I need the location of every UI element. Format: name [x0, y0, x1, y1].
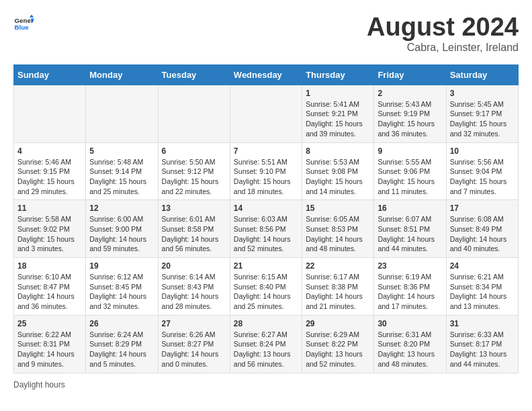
calendar-cell: 6Sunrise: 5:50 AMSunset: 9:12 PMDaylight… [158, 142, 230, 200]
calendar-cell: 23Sunrise: 6:19 AMSunset: 8:36 PMDayligh… [374, 258, 446, 316]
day-info: Sunrise: 6:05 AMSunset: 8:53 PMDaylight:… [306, 214, 370, 254]
calendar-cell: 14Sunrise: 6:03 AMSunset: 8:56 PMDayligh… [230, 200, 302, 258]
calendar-cell: 29Sunrise: 6:29 AMSunset: 8:22 PMDayligh… [302, 315, 374, 373]
title-area: August 2024 Cabra, Leinster, Ireland [367, 13, 519, 54]
col-sunday: Sunday [14, 64, 86, 85]
day-info: Sunrise: 5:43 AMSunset: 9:19 PMDaylight:… [378, 99, 442, 139]
svg-marker-2 [30, 15, 34, 18]
day-number: 29 [306, 319, 370, 328]
day-number: 24 [450, 261, 515, 271]
day-number: 4 [17, 146, 82, 156]
calendar-cell: 2Sunrise: 5:43 AMSunset: 9:19 PMDaylight… [374, 85, 446, 142]
day-info: Sunrise: 6:19 AMSunset: 8:36 PMDaylight:… [378, 272, 442, 312]
calendar-cell: 3Sunrise: 5:45 AMSunset: 9:17 PMDaylight… [446, 85, 518, 142]
day-number: 17 [450, 203, 515, 213]
calendar-week-2: 4Sunrise: 5:46 AMSunset: 9:15 PMDaylight… [14, 142, 519, 200]
day-number: 28 [234, 319, 298, 328]
day-info: Sunrise: 6:01 AMSunset: 8:58 PMDaylight:… [162, 214, 226, 254]
day-info: Sunrise: 5:48 AMSunset: 9:14 PMDaylight:… [89, 157, 154, 197]
calendar-cell: 17Sunrise: 6:08 AMSunset: 8:49 PMDayligh… [446, 200, 518, 258]
calendar-cell: 31Sunrise: 6:33 AMSunset: 8:17 PMDayligh… [446, 315, 518, 373]
calendar-cell: 15Sunrise: 6:05 AMSunset: 8:53 PMDayligh… [302, 200, 374, 258]
day-info: Sunrise: 5:56 AMSunset: 9:04 PMDaylight:… [450, 157, 515, 197]
day-number: 2 [378, 89, 442, 98]
header: General Blue August 2024 Cabra, Leinster… [13, 13, 519, 54]
day-number: 13 [162, 203, 226, 213]
day-info: Sunrise: 6:14 AMSunset: 8:43 PMDaylight:… [162, 272, 226, 312]
calendar-cell: 27Sunrise: 6:26 AMSunset: 8:27 PMDayligh… [158, 315, 230, 373]
col-friday: Friday [374, 64, 446, 85]
col-thursday: Thursday [302, 64, 374, 85]
day-number: 31 [450, 319, 515, 328]
calendar-cell: 22Sunrise: 6:17 AMSunset: 8:38 PMDayligh… [302, 258, 374, 316]
header-row: Sunday Monday Tuesday Wednesday Thursday… [14, 64, 519, 85]
day-number: 1 [306, 89, 370, 98]
day-number: 3 [450, 89, 515, 98]
calendar-cell: 16Sunrise: 6:07 AMSunset: 8:51 PMDayligh… [374, 200, 446, 258]
day-number: 9 [378, 146, 442, 156]
calendar-cell: 5Sunrise: 5:48 AMSunset: 9:14 PMDaylight… [86, 142, 158, 200]
day-number: 18 [17, 261, 82, 271]
day-number: 16 [378, 203, 442, 213]
day-info: Sunrise: 5:41 AMSunset: 9:21 PMDaylight:… [306, 99, 370, 139]
calendar-cell: 25Sunrise: 6:22 AMSunset: 8:31 PMDayligh… [14, 315, 86, 373]
day-number: 19 [89, 261, 154, 271]
day-info: Sunrise: 5:51 AMSunset: 9:10 PMDaylight:… [234, 157, 298, 197]
calendar-cell: 13Sunrise: 6:01 AMSunset: 8:58 PMDayligh… [158, 200, 230, 258]
day-info: Sunrise: 5:46 AMSunset: 9:15 PMDaylight:… [17, 157, 82, 197]
day-info: Sunrise: 5:45 AMSunset: 9:17 PMDaylight:… [450, 99, 515, 139]
calendar-week-3: 11Sunrise: 5:58 AMSunset: 9:02 PMDayligh… [14, 200, 519, 258]
day-info: Sunrise: 5:53 AMSunset: 9:08 PMDaylight:… [306, 157, 370, 197]
calendar-cell: 18Sunrise: 6:10 AMSunset: 8:47 PMDayligh… [14, 258, 86, 316]
day-number: 21 [234, 261, 298, 271]
day-info: Sunrise: 5:50 AMSunset: 9:12 PMDaylight:… [162, 157, 226, 197]
day-info: Sunrise: 6:24 AMSunset: 8:29 PMDaylight:… [89, 330, 154, 369]
day-info: Sunrise: 6:08 AMSunset: 8:49 PMDaylight:… [450, 214, 515, 254]
calendar-week-5: 25Sunrise: 6:22 AMSunset: 8:31 PMDayligh… [14, 315, 519, 373]
col-wednesday: Wednesday [230, 64, 302, 85]
calendar-header: Sunday Monday Tuesday Wednesday Thursday… [14, 64, 519, 85]
calendar-cell: 12Sunrise: 6:00 AMSunset: 9:00 PMDayligh… [86, 200, 158, 258]
svg-text:General: General [15, 17, 34, 24]
day-number: 25 [17, 319, 82, 328]
calendar-cell: 28Sunrise: 6:27 AMSunset: 8:24 PMDayligh… [230, 315, 302, 373]
day-info: Sunrise: 6:29 AMSunset: 8:22 PMDaylight:… [306, 330, 370, 369]
day-number: 5 [89, 146, 154, 156]
day-info: Sunrise: 6:27 AMSunset: 8:24 PMDaylight:… [234, 330, 298, 369]
day-number: 26 [89, 319, 154, 328]
calendar-cell: 9Sunrise: 5:55 AMSunset: 9:06 PMDaylight… [374, 142, 446, 200]
calendar-cell: 30Sunrise: 6:31 AMSunset: 8:20 PMDayligh… [374, 315, 446, 373]
calendar-cell: 24Sunrise: 6:21 AMSunset: 8:34 PMDayligh… [446, 258, 518, 316]
col-saturday: Saturday [446, 64, 518, 85]
logo-icon: General Blue [13, 13, 34, 34]
day-info: Sunrise: 5:55 AMSunset: 9:06 PMDaylight:… [378, 157, 442, 197]
calendar-cell: 19Sunrise: 6:12 AMSunset: 8:45 PMDayligh… [86, 258, 158, 316]
day-info: Sunrise: 6:26 AMSunset: 8:27 PMDaylight:… [162, 330, 226, 369]
day-number: 22 [306, 261, 370, 271]
day-info: Sunrise: 6:33 AMSunset: 8:17 PMDaylight:… [450, 330, 515, 369]
day-number: 14 [234, 203, 298, 213]
day-info: Sunrise: 6:17 AMSunset: 8:38 PMDaylight:… [306, 272, 370, 312]
day-number: 6 [162, 146, 226, 156]
calendar-week-4: 18Sunrise: 6:10 AMSunset: 8:47 PMDayligh… [14, 258, 519, 316]
day-info: Sunrise: 6:03 AMSunset: 8:56 PMDaylight:… [234, 214, 298, 254]
day-info: Sunrise: 6:21 AMSunset: 8:34 PMDaylight:… [450, 272, 515, 312]
col-tuesday: Tuesday [158, 64, 230, 85]
calendar-week-1: 1Sunrise: 5:41 AMSunset: 9:21 PMDaylight… [14, 85, 519, 142]
calendar-cell: 7Sunrise: 5:51 AMSunset: 9:10 PMDaylight… [230, 142, 302, 200]
footer-note: Daylight hours [13, 380, 519, 390]
day-number: 23 [378, 261, 442, 271]
calendar-cell: 10Sunrise: 5:56 AMSunset: 9:04 PMDayligh… [446, 142, 518, 200]
calendar-table: Sunday Monday Tuesday Wednesday Thursday… [13, 64, 519, 373]
calendar-cell [158, 85, 230, 142]
day-number: 8 [306, 146, 370, 156]
day-info: Sunrise: 6:31 AMSunset: 8:20 PMDaylight:… [378, 330, 442, 369]
day-info: Sunrise: 6:22 AMSunset: 8:31 PMDaylight:… [17, 330, 82, 369]
day-info: Sunrise: 6:07 AMSunset: 8:51 PMDaylight:… [378, 214, 442, 254]
calendar-body: 1Sunrise: 5:41 AMSunset: 9:21 PMDaylight… [14, 85, 519, 373]
calendar-cell: 11Sunrise: 5:58 AMSunset: 9:02 PMDayligh… [14, 200, 86, 258]
day-number: 27 [162, 319, 226, 328]
day-info: Sunrise: 5:58 AMSunset: 9:02 PMDaylight:… [17, 214, 82, 254]
day-info: Sunrise: 6:12 AMSunset: 8:45 PMDaylight:… [89, 272, 154, 312]
day-number: 30 [378, 319, 442, 328]
